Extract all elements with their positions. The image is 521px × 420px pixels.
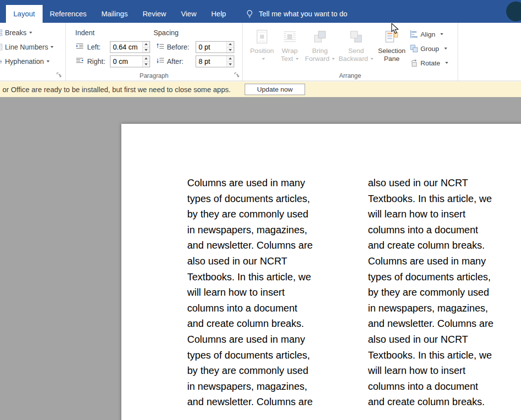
tab-help[interactable]: Help (204, 5, 234, 23)
indent-left-spinner (142, 42, 150, 52)
notification-message: or Office are ready to be installed, but… (2, 86, 231, 94)
spacing-after-label: After: (167, 57, 183, 65)
indent-right-spinbox (110, 55, 150, 67)
mouse-cursor (391, 23, 399, 36)
indent-left-input[interactable] (110, 42, 142, 52)
dropdown-arrow-icon (445, 62, 448, 64)
indent-right-icon (76, 56, 84, 64)
text-column-2[interactable]: also used in our NCRT Textbooks. In this… (368, 175, 493, 410)
position-button: Position (248, 27, 276, 72)
rotate-icon (410, 59, 418, 67)
ribbon-tab-bar: Layout References Mailings Review View H… (0, 0, 521, 23)
document-canvas: Columns are used in many types of docume… (0, 97, 521, 420)
spacing-heading: Spacing (154, 29, 179, 37)
page-setup-group: Breaks Line Numbers Hyphenation (0, 23, 66, 81)
spacing-before-label: Before: (167, 43, 189, 51)
spacing-before-spinner (226, 42, 234, 52)
paragraph-group: Indent Left: Right: (66, 23, 243, 81)
tab-review[interactable]: Review (135, 5, 174, 23)
spacing-before-input[interactable] (196, 42, 226, 52)
hyphenation-icon (0, 58, 2, 65)
tab-mailings[interactable]: Mailings (94, 5, 135, 23)
send-backward-icon (349, 28, 364, 45)
indent-left-icon (76, 42, 84, 50)
spin-up-button[interactable] (227, 42, 234, 47)
spin-down-button[interactable] (143, 61, 150, 67)
rotate-label: Rotate (420, 59, 440, 67)
tell-me-label: Tell me what you want to do (259, 10, 347, 18)
spacing-after-input[interactable] (196, 56, 226, 67)
tell-me-box[interactable]: Tell me what you want to do (245, 5, 347, 23)
spin-up-button[interactable] (143, 56, 150, 61)
spin-down-button[interactable] (143, 47, 150, 53)
hyphenation-label: Hyphenation (5, 57, 44, 65)
spacing-before-icon (156, 42, 164, 50)
tab-references[interactable]: References (43, 5, 94, 23)
send-backward-button: Send Backward (338, 27, 374, 72)
spacing-after-spinner (226, 56, 234, 67)
paragraph-group-label: Paragraph (66, 72, 242, 79)
line-numbers-button[interactable]: Line Numbers (0, 40, 66, 54)
indent-right-label: Right: (87, 57, 105, 65)
wrap-text-button: Wrap Text (277, 27, 302, 72)
spacing-after-spinbox (196, 55, 234, 67)
dropdown-arrow-icon (332, 58, 335, 60)
dropdown-arrow-icon (370, 58, 373, 60)
send-backward-label: Send Backward (339, 47, 368, 62)
spin-down-button[interactable] (227, 47, 234, 53)
document-page[interactable]: Columns are used in many types of docume… (121, 124, 521, 420)
position-label: Position (250, 47, 274, 54)
indent-left-label: Left: (87, 43, 101, 51)
update-now-button[interactable]: Update now (245, 84, 305, 95)
group-button[interactable]: Group (410, 43, 447, 54)
align-button[interactable]: Align (410, 29, 443, 40)
ribbon: Breaks Line Numbers Hyphenation (0, 23, 521, 81)
spin-down-button[interactable] (227, 61, 234, 67)
spin-up-button[interactable] (143, 42, 150, 47)
bring-forward-button: Bring Forward (304, 27, 336, 72)
breaks-button[interactable]: Breaks (0, 26, 66, 40)
update-notification-bar: or Office are ready to be installed, but… (0, 82, 521, 97)
wrap-text-icon (282, 28, 297, 45)
spin-up-button[interactable] (227, 56, 234, 61)
dropdown-arrow-icon (262, 58, 265, 60)
dropdown-arrow-icon (296, 58, 299, 60)
indent-right-spinner (142, 56, 150, 67)
bring-forward-icon (313, 28, 327, 45)
bring-forward-label: Bring Forward (305, 47, 330, 62)
tab-layout[interactable]: Layout (6, 5, 43, 23)
line-numbers-label: Line Numbers (5, 43, 48, 51)
indent-right-input[interactable] (110, 56, 142, 67)
align-label: Align (420, 31, 435, 38)
indent-left-spinbox (110, 41, 150, 53)
tab-view[interactable]: View (173, 5, 204, 23)
dropdown-arrow-icon (47, 60, 50, 62)
align-icon (410, 30, 418, 38)
selection-pane-label: Selection Pane (378, 47, 406, 62)
group-objects-icon (410, 45, 418, 52)
spacing-before-spinbox (196, 41, 234, 53)
dropdown-arrow-icon (444, 48, 447, 50)
hyphenation-button[interactable]: Hyphenation (0, 54, 66, 68)
dropdown-arrow-icon (440, 33, 443, 35)
text-column-1[interactable]: Columns are used in many types of docume… (187, 175, 313, 410)
arrange-group: Position Wrap Text Bring Forward Send Ba… (243, 23, 458, 81)
page-break-icon (0, 29, 2, 36)
dropdown-arrow-icon (29, 32, 32, 34)
lightbulb-icon (245, 9, 254, 18)
rotate-button[interactable]: Rotate (410, 57, 448, 68)
breaks-label: Breaks (5, 29, 27, 37)
spacing-after-icon (156, 56, 164, 64)
line-numbers-icon (0, 44, 2, 51)
group-label: Group (420, 45, 439, 52)
dropdown-arrow-icon (51, 46, 53, 48)
word-window: Layout References Mailings Review View H… (0, 0, 521, 420)
indent-heading: Indent (75, 29, 95, 37)
position-icon (255, 28, 269, 45)
page-setup-dialog-launcher[interactable] (55, 71, 62, 78)
arrange-group-label: Arrange (243, 72, 458, 79)
paragraph-dialog-launcher[interactable] (233, 71, 240, 78)
